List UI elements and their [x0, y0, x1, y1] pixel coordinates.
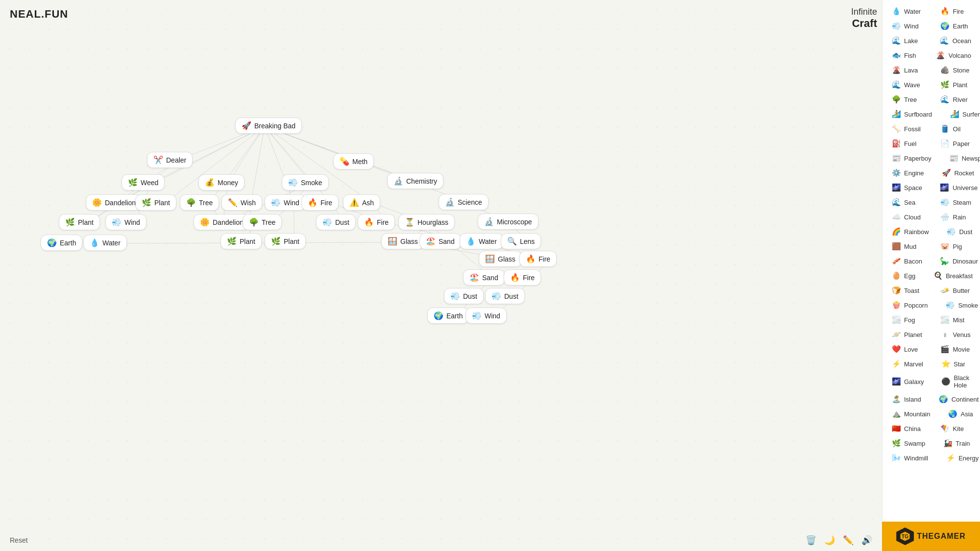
sidebar-item-toast[interactable]: 🍞Toast	[885, 284, 929, 297]
sidebar-item-universe[interactable]: 🌌Universe	[934, 181, 980, 194]
element-tree2[interactable]: 🌳Tree	[243, 214, 282, 230]
element-wind1[interactable]: 💨Wind	[265, 194, 306, 211]
sidebar-item-volcano[interactable]: 🌋Volcano	[930, 48, 977, 62]
element-ash[interactable]: ⚠️Ash	[343, 194, 380, 211]
element-breaking-bad[interactable]: 🚀Breaking Bad	[235, 118, 302, 134]
sidebar-item-fossil[interactable]: 🦴Fossil	[885, 122, 929, 136]
sidebar-item-river[interactable]: 🌊River	[934, 93, 978, 106]
sidebar-item-fuel[interactable]: ⛽Fuel	[885, 137, 929, 150]
sidebar-item-smoke[interactable]: 💨Smoke	[939, 298, 980, 312]
sidebar-item-fire[interactable]: 🔥Fire	[934, 4, 978, 18]
sidebar-item-dinosaur[interactable]: 🦕Dinosaur	[934, 254, 980, 268]
sidebar-item-dust[interactable]: 💨Dust	[941, 225, 979, 239]
trash-icon[interactable]: 🗑️	[806, 535, 816, 546]
element-fire4[interactable]: 🔥Fire	[504, 269, 541, 286]
element-plant3[interactable]: 🌿Plant	[220, 233, 262, 249]
element-earth2[interactable]: 🌍Earth	[427, 308, 469, 324]
reset-button[interactable]: Reset	[10, 536, 28, 544]
element-lens[interactable]: 🔍Lens	[501, 233, 541, 249]
sidebar-item-lava[interactable]: 🌋Lava	[885, 63, 929, 77]
sidebar-item-space[interactable]: 🌌Space	[885, 181, 928, 194]
element-plant2[interactable]: 🌿Plant	[59, 214, 100, 230]
sidebar-item-stone[interactable]: 🪨Stone	[934, 63, 978, 77]
sidebar-item-marvel[interactable]: ⚡Marvel	[885, 357, 929, 371]
sidebar-item-rainbow[interactable]: 🌈Rainbow	[885, 225, 935, 239]
sidebar-item-butter[interactable]: 🧈Butter	[934, 284, 978, 297]
element-plant4[interactable]: 🌿Plant	[265, 233, 306, 249]
sidebar-item-movie[interactable]: 🎬Movie	[934, 342, 978, 356]
sidebar-item-water[interactable]: 💧Water	[885, 4, 929, 18]
sidebar-item-venus[interactable]: ♀️Venus	[934, 328, 978, 341]
edit-icon[interactable]: ✏️	[843, 535, 854, 546]
element-weed[interactable]: 🌿Weed	[122, 174, 165, 191]
element-meth[interactable]: 💊Meth	[333, 153, 374, 169]
sidebar-item-oil[interactable]: 🛢️Oil	[934, 122, 978, 136]
sound-icon[interactable]: 🔊	[861, 535, 872, 546]
sidebar-item-paperboy[interactable]: 📰Paperboy	[885, 151, 937, 165]
sidebar-item-paper[interactable]: 📄Paper	[934, 137, 978, 150]
sidebar-item-train[interactable]: 🚂Train	[937, 436, 977, 450]
element-fire1[interactable]: 🔥Fire	[301, 194, 339, 211]
element-tree1[interactable]: 🌳Tree	[180, 194, 219, 211]
element-plant1[interactable]: 🌿Plant	[135, 194, 176, 211]
sidebar-item-windmill[interactable]: 🌬️Windmill	[885, 451, 934, 465]
sidebar-item-rain[interactable]: 🌧️Rain	[934, 210, 978, 224]
element-wish[interactable]: ✏️Wish	[221, 194, 262, 211]
element-wind3[interactable]: 💨Wind	[466, 308, 507, 324]
sidebar-item-ocean[interactable]: 🌊Ocean	[934, 34, 977, 48]
element-sand1[interactable]: 🏖️Sand	[419, 233, 461, 249]
sidebar-item-surfer[interactable]: 🏄Surfer	[944, 107, 980, 121]
element-glass2[interactable]: 🪟Glass	[479, 251, 522, 267]
sidebar-item-wind[interactable]: 💨Wind	[885, 19, 929, 33]
sidebar[interactable]: 💧Water🔥Fire💨Wind🌍Earth🌊Lake🌊Ocean🐟Fish🌋V…	[882, 0, 980, 551]
element-water1[interactable]: 💧Water	[83, 235, 127, 251]
sidebar-item-sea[interactable]: 🌊Sea	[885, 195, 928, 209]
element-dust3[interactable]: 💨Dust	[485, 288, 525, 304]
sidebar-item-surfboard[interactable]: 🏄Surfboard	[885, 107, 938, 121]
element-sand2[interactable]: 🏖️Sand	[463, 269, 505, 286]
dark-mode-icon[interactable]: 🌙	[824, 535, 835, 546]
sidebar-item-energy[interactable]: ⚡Energy	[940, 451, 980, 465]
element-smoke[interactable]: 💨Smoke	[282, 174, 329, 191]
sidebar-item-pig[interactable]: 🐷Pig	[934, 240, 978, 253]
sidebar-item-popcorn[interactable]: 🍿Popcorn	[885, 298, 933, 312]
sidebar-item-lake[interactable]: 🌊Lake	[885, 34, 928, 48]
sidebar-item-continent[interactable]: 🌍Continent	[933, 392, 980, 406]
element-money[interactable]: 💰Money	[198, 174, 245, 191]
element-science[interactable]: 🔬Science	[439, 194, 489, 210]
element-water2[interactable]: 💧Water	[460, 233, 503, 249]
sidebar-item-kite[interactable]: 🪁Kite	[934, 422, 978, 435]
element-fire3[interactable]: 🔥Fire	[519, 251, 557, 267]
sidebar-item-breakfast[interactable]: 🍳Breakfast	[927, 269, 979, 283]
sidebar-item-egg[interactable]: 🥚Egg	[885, 269, 921, 283]
sidebar-item-island[interactable]: 🏝️Island	[885, 392, 927, 406]
sidebar-item-mist[interactable]: 🌫️Mist	[934, 313, 978, 327]
sidebar-item-fish[interactable]: 🐟Fish	[885, 48, 924, 62]
element-fire2[interactable]: 🔥Fire	[358, 214, 395, 230]
element-dust2[interactable]: 💨Dust	[444, 288, 484, 304]
element-wind2[interactable]: 💨Wind	[105, 214, 147, 230]
sidebar-item-cloud[interactable]: ☁️Cloud	[885, 210, 929, 224]
sidebar-item-newspaper[interactable]: 📰Newspaper	[943, 151, 980, 165]
sidebar-item-galaxy[interactable]: 🌌Galaxy	[885, 372, 930, 391]
sidebar-item-earth[interactable]: 🌍Earth	[934, 19, 978, 33]
element-earth1[interactable]: 🌍Earth	[41, 235, 82, 251]
sidebar-item-steam[interactable]: 💨Steam	[934, 195, 977, 209]
element-glass1[interactable]: 🪟Glass	[381, 233, 424, 249]
sidebar-item-black-hole[interactable]: ⚫Black Hole	[935, 372, 977, 391]
sidebar-item-star[interactable]: ⭐Star	[935, 357, 977, 371]
sidebar-item-planet[interactable]: 🪐Planet	[885, 328, 929, 341]
element-chemistry[interactable]: 🔬Chemistry	[387, 173, 443, 189]
sidebar-item-engine[interactable]: ⚙️Engine	[885, 166, 930, 180]
sidebar-item-asia[interactable]: 🌏Asia	[942, 407, 979, 421]
sidebar-item-fog[interactable]: 🌫️Fog	[885, 313, 929, 327]
sidebar-item-love[interactable]: ❤️Love	[885, 342, 929, 356]
element-dust1[interactable]: 💨Dust	[316, 214, 356, 230]
element-microscope[interactable]: 🔬Microscope	[478, 214, 539, 230]
sidebar-item-swamp[interactable]: 🌿Swamp	[885, 436, 931, 450]
sidebar-item-bacon[interactable]: 🥓Bacon	[885, 254, 928, 268]
sidebar-item-china[interactable]: 🇨🇳China	[885, 422, 929, 435]
sidebar-item-mountain[interactable]: ⛰️Mountain	[885, 407, 936, 421]
sidebar-item-plant[interactable]: 🌿Plant	[934, 78, 978, 92]
element-hourglass[interactable]: ⏳Hourglass	[398, 214, 455, 230]
